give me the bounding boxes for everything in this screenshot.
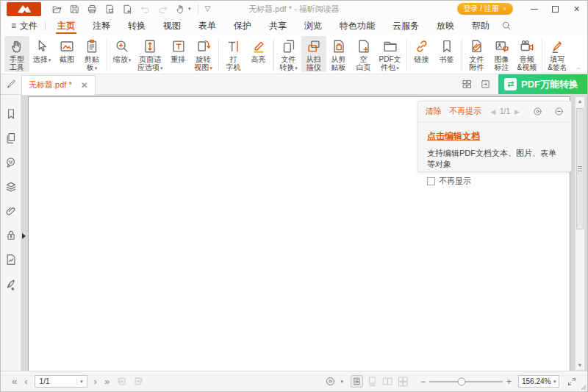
tab-form[interactable]: 表单 xyxy=(190,17,225,35)
signatures-panel-icon[interactable] xyxy=(4,277,18,291)
quick-edit-cell[interactable] xyxy=(1,79,21,90)
close-button[interactable]: × xyxy=(566,1,587,17)
collapse-ribbon-icon[interactable] xyxy=(575,65,582,71)
ribbon-link[interactable]: 链接 xyxy=(409,36,434,64)
clear-link[interactable]: 清除 xyxy=(426,106,442,117)
vertical-scrollbar[interactable]: ▲ ▼ xyxy=(575,96,585,371)
single-page-icon[interactable] xyxy=(351,375,363,388)
dont-show-checkbox[interactable] xyxy=(427,177,435,185)
comments-panel-icon[interactable] xyxy=(4,156,18,169)
last-page-icon[interactable]: » xyxy=(101,376,113,387)
facing-page-icon[interactable] xyxy=(381,375,394,388)
export-pdf-icon[interactable] xyxy=(104,4,115,15)
save-icon[interactable] xyxy=(69,4,80,15)
ribbon-select[interactable]: 选择▾ xyxy=(29,36,54,65)
zoom-out-icon[interactable]: − xyxy=(417,377,429,387)
tab-features[interactable]: 特色功能 xyxy=(331,17,384,35)
dont-remind-link[interactable]: 不再提示 xyxy=(449,106,481,117)
search-icon[interactable] xyxy=(501,21,512,31)
ribbon-from-scanner[interactable]: 从扫 描仪 xyxy=(301,36,326,72)
ribbon-zoom[interactable]: 缩放▾ xyxy=(110,36,135,65)
tab-help[interactable]: 帮助 xyxy=(463,17,498,35)
fields-panel-icon[interactable] xyxy=(4,253,18,266)
document-tab[interactable]: 无标题.pdf * ✕ xyxy=(21,75,96,95)
ribbon-highlight[interactable]: 高亮 xyxy=(246,36,271,64)
view-mode-control[interactable]: ▾ xyxy=(322,376,343,387)
next-view-icon[interactable] xyxy=(133,376,144,387)
ribbon-audio-video[interactable]: 音频 &视频 xyxy=(514,36,540,72)
ribbon-from-clipboard[interactable]: 从剪 贴板 xyxy=(326,36,351,72)
ribbon-bookmark[interactable]: 书签 xyxy=(434,36,459,64)
tab-close-icon[interactable]: ✕ xyxy=(81,81,88,90)
redo-icon[interactable] xyxy=(157,4,168,15)
scroll-down-icon[interactable]: ▼ xyxy=(576,361,584,370)
tab-home[interactable]: 主页 xyxy=(49,17,84,35)
pager-next-icon[interactable]: ▶ xyxy=(514,108,520,115)
pager-prev-icon[interactable]: ◀ xyxy=(490,108,495,115)
zoom-in-icon[interactable]: + xyxy=(503,377,515,387)
panel-expand-icon[interactable] xyxy=(22,233,26,239)
ribbon-file-attachment[interactable]: 文件 附件 xyxy=(465,36,490,72)
next-page-icon[interactable]: › xyxy=(90,376,101,387)
maximize-button[interactable] xyxy=(545,1,566,17)
notification-settings-icon[interactable] xyxy=(533,107,542,116)
bookmark-panel-icon[interactable] xyxy=(4,107,18,121)
ribbon-file-convert[interactable]: 文件 转换▾ xyxy=(276,36,301,73)
first-page-icon[interactable]: « xyxy=(8,376,21,387)
tab-present[interactable]: 放映 xyxy=(428,17,463,35)
resize-grip-icon[interactable] xyxy=(578,382,587,391)
ribbon-snapshot[interactable]: 截图 xyxy=(54,36,79,64)
minimize-button[interactable] xyxy=(523,1,545,17)
attachments-panel-icon[interactable] xyxy=(4,204,18,218)
ribbon-reflow[interactable]: 重排 xyxy=(166,36,191,64)
ribbon-group-separator xyxy=(406,38,407,71)
page-number-input[interactable]: 1/1 ▾ xyxy=(35,375,87,388)
ribbon-pdf-portfolio[interactable]: PDF文 件包▾ xyxy=(376,36,404,73)
ribbon-rotate-view[interactable]: 旋转 视图▾ xyxy=(191,36,216,73)
tab-share[interactable]: 共享 xyxy=(260,17,295,35)
hand-mode-icon[interactable] xyxy=(175,4,186,15)
page-thumbnails-icon[interactable] xyxy=(4,132,18,145)
ribbon-fit-page[interactable]: 页面适 应选项▾ xyxy=(135,36,166,73)
pdf-convert-button[interactable]: ⇄ PDF万能转换 xyxy=(498,74,587,94)
zoom-level-input[interactable]: 156.24% ▾ xyxy=(518,375,559,388)
ribbon-label: 书签 xyxy=(440,55,454,63)
open-file-icon[interactable] xyxy=(51,4,62,15)
customize-toolbar-icon[interactable]: ▽ xyxy=(205,5,211,13)
zoom-slider[interactable] xyxy=(429,381,503,382)
login-button[interactable]: 登录 / 注册 ∨ xyxy=(457,3,513,15)
ribbon-image-annotation[interactable]: 图像 标注 xyxy=(490,36,514,72)
ribbon-blank-page[interactable]: 空 白页 xyxy=(351,36,376,72)
tab-convert[interactable]: 转换 xyxy=(119,17,154,35)
print-icon[interactable] xyxy=(87,4,98,15)
tab-protect[interactable]: 保护 xyxy=(225,17,260,35)
zoom-dropdown-icon[interactable]: ▾ xyxy=(551,379,559,385)
page-dropdown-icon[interactable]: ▾ xyxy=(76,379,87,385)
ribbon-clipboard[interactable]: 剪贴 板▾ xyxy=(79,36,104,73)
notification-minimize-icon[interactable] xyxy=(554,107,564,116)
switch-tab-icon[interactable] xyxy=(480,79,491,90)
menu-file[interactable]: ≡ 文件 xyxy=(1,17,45,35)
scroll-up-icon[interactable]: ▲ xyxy=(576,97,584,106)
undo-icon[interactable] xyxy=(140,4,151,15)
scrollbar-thumb[interactable] xyxy=(576,108,584,229)
ribbon-hand-tool[interactable]: 手型 工具 xyxy=(4,36,29,72)
tab-cloud[interactable]: 云服务 xyxy=(384,17,428,35)
ribbon-fill-sign[interactable]: 填写 &签名 xyxy=(545,36,570,72)
tab-view[interactable]: 视图 xyxy=(154,17,190,35)
zoom-slider-knob[interactable] xyxy=(457,377,465,385)
continuous-page-icon[interactable] xyxy=(366,375,379,388)
new-document-icon[interactable] xyxy=(122,4,133,15)
tab-comment[interactable]: 注释 xyxy=(84,17,119,35)
security-panel-icon[interactable] xyxy=(4,229,18,242)
tab-browse[interactable]: 浏览 xyxy=(295,17,331,35)
facing-continuous-icon[interactable] xyxy=(397,375,409,388)
previous-view-icon[interactable] xyxy=(116,376,127,387)
prev-page-icon[interactable]: ‹ xyxy=(21,376,31,387)
hand-mode-caret-icon[interactable]: ▾ xyxy=(188,6,191,12)
edit-document-link[interactable]: 点击编辑文档 xyxy=(427,131,480,141)
fullscreen-icon[interactable] xyxy=(567,377,577,387)
ribbon-typewriter[interactable]: 打 字机 xyxy=(221,36,246,72)
grid-view-icon[interactable] xyxy=(462,79,473,90)
layers-panel-icon[interactable] xyxy=(4,180,18,193)
